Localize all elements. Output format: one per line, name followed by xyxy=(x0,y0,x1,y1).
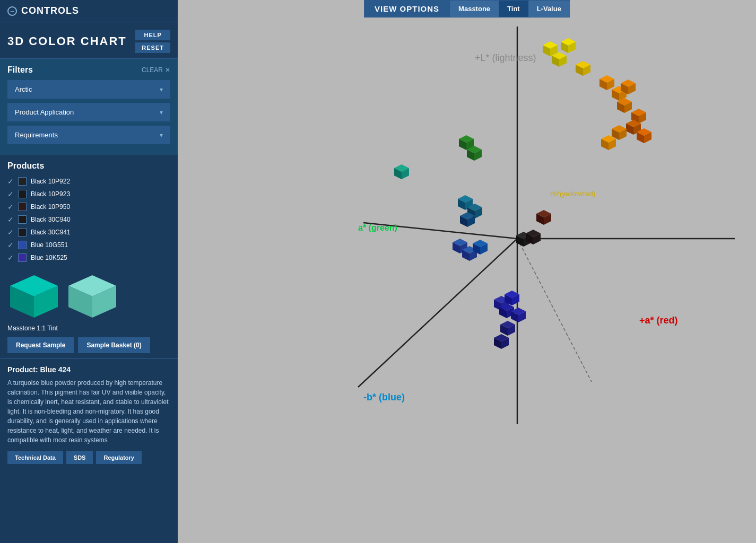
info-buttons: Technical Data SDS Regulatory xyxy=(7,451,170,464)
color-swatch xyxy=(18,228,27,237)
product-name: Blue 10G551 xyxy=(31,241,68,249)
lvalue-view-button[interactable]: L-Value xyxy=(528,1,570,17)
reset-button[interactable]: RESET xyxy=(135,42,170,53)
masstone-view-button[interactable]: Masstone xyxy=(450,1,499,17)
svg-line-10 xyxy=(517,239,592,382)
controls-header: − CONTROLS xyxy=(0,0,178,22)
list-item[interactable]: ✓ Black 10P923 xyxy=(7,189,168,199)
product-name: Black 10P922 xyxy=(31,178,70,185)
cubes-row xyxy=(7,273,119,320)
product-info-description: A turquoise blue powder produced by high… xyxy=(7,378,170,445)
color-chart-section: 3D COLOR CHART HELP RESET xyxy=(0,22,178,59)
side-buttons: HELP RESET xyxy=(135,30,170,53)
3d-color-chart: +L* (lightness) +a* (red) -b* (blue) a* … xyxy=(178,0,756,543)
controls-title: CONTROLS xyxy=(21,5,79,16)
list-item[interactable]: ✓ Black 30C941 xyxy=(7,227,168,238)
collapse-icon[interactable]: − xyxy=(7,6,17,16)
color-swatch xyxy=(18,241,27,249)
view-options-bar: VIEW OPTIONS Masstone Tint L-Value xyxy=(364,0,570,17)
l-star-label: +L* (lightness) xyxy=(475,52,536,63)
product-name: Black 10P950 xyxy=(31,203,70,211)
products-title: Products xyxy=(7,161,170,171)
requirements-filter-dropdown[interactable]: Requirements ▾ xyxy=(7,126,170,144)
check-icon: ✓ xyxy=(7,215,14,224)
color-swatch xyxy=(18,203,27,211)
color-swatch xyxy=(18,215,27,224)
sds-button[interactable]: SDS xyxy=(66,451,93,464)
right-panel: VIEW OPTIONS Masstone Tint L-Value +L* (… xyxy=(178,0,756,543)
clear-filters-button[interactable]: CLEAR ✕ xyxy=(142,66,170,74)
check-icon: ✓ xyxy=(7,228,14,237)
masstone-tint-label: Masstone 1:1 Tint xyxy=(7,325,58,332)
filters-title: Filters xyxy=(7,65,33,75)
products-list: ✓ Black 10P922 ✓ Black 10P923 ✓ Black 10… xyxy=(7,176,170,263)
left-panel: − CONTROLS 3D COLOR CHART HELP RESET Fil… xyxy=(0,0,178,543)
color-swatch xyxy=(18,177,27,186)
view-options-title: VIEW OPTIONS xyxy=(364,0,450,17)
filters-header: Filters CLEAR ✕ xyxy=(7,65,170,75)
product-info-section: Product: Blue 424 A turquoise blue powde… xyxy=(0,358,178,543)
regulatory-button[interactable]: Regulatory xyxy=(96,451,141,464)
sample-basket-button[interactable]: Sample Basket (0) xyxy=(78,337,150,353)
chevron-down-icon: ▾ xyxy=(160,86,163,93)
product-name: Black 30C940 xyxy=(31,216,71,223)
list-item[interactable]: ✓ Blue 10K525 xyxy=(7,252,168,263)
product-name: Black 10P923 xyxy=(31,190,70,198)
product-name: Blue 10K525 xyxy=(31,254,67,261)
color-swatch xyxy=(18,190,27,198)
close-icon: ✕ xyxy=(165,66,170,74)
list-item[interactable]: ✓ Black 10P950 xyxy=(7,202,168,212)
color-swatch xyxy=(18,253,27,262)
product-name: Black 30C941 xyxy=(31,229,71,236)
chevron-down-icon: ▾ xyxy=(160,132,163,139)
check-icon: ✓ xyxy=(7,190,14,198)
tint-cube xyxy=(66,273,119,320)
check-icon: ✓ xyxy=(7,241,14,249)
help-button[interactable]: HELP xyxy=(135,30,170,40)
products-section: Products ✓ Black 10P922 ✓ Black 10P923 ✓… xyxy=(0,155,178,267)
request-sample-button[interactable]: Request Sample xyxy=(7,337,74,353)
preview-section: Masstone 1:1 Tint Request Sample Sample … xyxy=(0,267,178,358)
a-star-red-label: +a* (red) xyxy=(639,315,678,326)
check-icon: ✓ xyxy=(7,253,14,262)
center-label: +b*(yellow/red) xyxy=(549,190,595,198)
arctic-filter-dropdown[interactable]: Arctic ▾ xyxy=(7,80,170,99)
product-application-filter-dropdown[interactable]: Product Application ▾ xyxy=(7,103,170,121)
list-item[interactable]: ✓ Blue 10G551 xyxy=(7,240,168,250)
check-icon: ✓ xyxy=(7,203,14,211)
svg-line-8 xyxy=(358,239,517,387)
list-item[interactable]: ✓ Black 10P922 xyxy=(7,176,168,187)
filters-section: Filters CLEAR ✕ Arctic ▾ Product Applica… xyxy=(0,59,178,155)
product-info-title: Product: Blue 424 xyxy=(7,365,170,374)
action-buttons: Request Sample Sample Basket (0) xyxy=(7,337,150,353)
a-star-green-label: a* (green) xyxy=(358,223,397,232)
masstone-cube xyxy=(7,273,60,320)
technical-data-button[interactable]: Technical Data xyxy=(7,451,63,464)
chevron-down-icon: ▾ xyxy=(160,109,163,116)
tint-view-button[interactable]: Tint xyxy=(499,1,528,17)
chart-title: 3D COLOR CHART xyxy=(7,34,127,48)
check-icon: ✓ xyxy=(7,177,14,186)
list-item[interactable]: ✓ Black 30C940 xyxy=(7,214,168,225)
b-star-blue-label: -b* (blue) xyxy=(363,392,405,402)
